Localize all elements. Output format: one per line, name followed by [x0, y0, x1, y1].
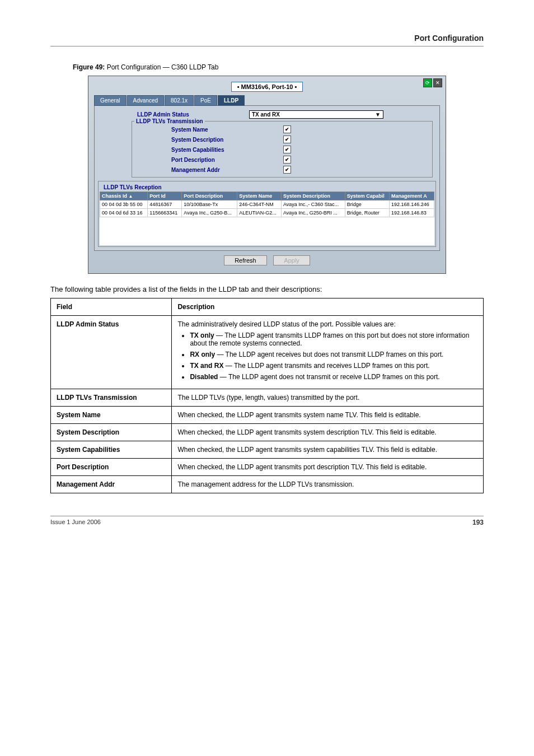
cell: ALEUTIAN-G2...	[237, 209, 282, 217]
cell: Bridge, Router	[345, 209, 389, 217]
chevron-down-icon: ▼	[375, 111, 381, 118]
header-divider	[50, 46, 484, 46]
cell: 00 04 0d 6d 33 16	[100, 209, 148, 217]
page-footer: Issue 1 June 2006 193	[50, 516, 484, 526]
tab-advanced[interactable]: Advanced	[127, 95, 164, 106]
tx-port-desc-checkbox[interactable]: ✔	[283, 156, 291, 164]
figure-caption-text: Port Configuration — C360 LLDP Tab	[107, 63, 219, 71]
refresh-icon[interactable]: ⟳	[423, 78, 432, 87]
cell: Avaya Inc.,- C360 Stac...	[281, 200, 345, 209]
tx-mgmt-addr-checkbox[interactable]: ✔	[283, 166, 291, 174]
tx-system-desc-checkbox[interactable]: ✔	[283, 136, 291, 143]
field-description: The LLDP TLVs (type, length, values) tra…	[172, 389, 484, 407]
button-row: Refresh Apply	[94, 251, 440, 268]
rx-col-port[interactable]: Port Id	[148, 192, 182, 200]
fields-description-table: Field Description LLDP Admin StatusThe a…	[50, 298, 484, 493]
tx-system-name-label: System Name	[171, 127, 283, 133]
cell: Avaya Inc., G250-B...	[182, 209, 237, 217]
cell: Bridge	[345, 200, 389, 209]
rx-col-maddr[interactable]: Management A	[390, 192, 434, 200]
rx-section-label: LLDP TLVs Reception	[102, 184, 163, 190]
field-description: The administratively desired LLDP status…	[172, 316, 484, 389]
col-description: Description	[172, 298, 484, 316]
cell: 192.168.146.83	[390, 209, 434, 217]
field-description: The management address for the LLDP TLVs…	[172, 476, 484, 493]
admin-status-value: TX and RX	[252, 111, 280, 118]
rx-col-sname[interactable]: System Name	[237, 192, 282, 200]
tx-system-desc-label: System Description	[171, 137, 283, 143]
cell: 00 04 0d 3b 55 00	[100, 200, 148, 209]
tab-row: General Advanced 802.1x PoE LLDP	[94, 95, 440, 106]
window-port-title-text: • MM316v6, Port-10 •	[231, 82, 303, 92]
figure-caption-prefix: Figure 49:	[73, 63, 107, 71]
rx-col-scap[interactable]: System Capabil	[345, 192, 389, 200]
tx-system-name-checkbox[interactable]: ✔	[283, 125, 291, 133]
cell: 246-C364T-NM	[237, 200, 282, 209]
field-name: LLDP TLVs Transmission	[51, 389, 172, 407]
table-intro-text: The following table provides a list of t…	[50, 285, 484, 293]
field-name: LLDP Admin Status	[51, 316, 172, 389]
close-icon[interactable]: ✕	[433, 78, 442, 87]
field-description: When checked, the LLDP agent transmits s…	[172, 407, 484, 424]
refresh-button[interactable]: Refresh	[224, 255, 267, 265]
field-name: System Name	[51, 407, 172, 424]
field-name: Port Description	[51, 459, 172, 476]
tx-section-label: LLDP TLVs Transmission	[134, 118, 205, 124]
field-description: When checked, the LLDP agent transmits s…	[172, 424, 484, 441]
rx-col-sdesc[interactable]: System Description	[281, 192, 345, 200]
cell: 192.168.146.246	[390, 200, 434, 209]
screenshot-panel: ⟳ ✕ • MM316v6, Port-10 • General Advance…	[88, 76, 446, 274]
field-name: System Capabilities	[51, 441, 172, 459]
cell: 1156663341	[148, 209, 182, 217]
table-row[interactable]: 00 04 0d 3b 55 00 44816367 10/100Base-Tx…	[100, 200, 434, 209]
window-port-title: • MM316v6, Port-10 •	[94, 82, 440, 92]
field-description: When checked, the LLDP agent transmits s…	[172, 441, 484, 459]
cell: 44816367	[148, 200, 182, 209]
tx-fieldset: LLDP TLVs Transmission System Name✔ Syst…	[132, 121, 433, 178]
rx-col-chassis[interactable]: Chassis Id ▲	[100, 192, 148, 200]
apply-button[interactable]: Apply	[273, 255, 310, 265]
rx-fieldset: LLDP TLVs Reception Chassis Id ▲ Port Id…	[98, 181, 436, 247]
tx-system-cap-checkbox[interactable]: ✔	[283, 146, 291, 153]
tab-poe[interactable]: PoE	[194, 95, 217, 106]
admin-status-label: LLDP Admin Status	[137, 111, 249, 118]
field-description: When checked, the LLDP agent transmits p…	[172, 459, 484, 476]
col-field: Field	[51, 298, 172, 316]
tx-port-desc-label: Port Description	[171, 157, 283, 163]
cell: Avaya Inc., G250-BRI ...	[281, 209, 345, 217]
field-name: Management Addr	[51, 476, 172, 493]
footer-left: Issue 1 June 2006	[50, 519, 101, 526]
tx-mgmt-addr-label: Management Addr	[171, 167, 283, 173]
window-title-icons: ⟳ ✕	[423, 78, 442, 87]
field-name: System Description	[51, 424, 172, 441]
table-row[interactable]: 00 04 0d 6d 33 16 1156663341 Avaya Inc.,…	[100, 209, 434, 217]
tab-lldp[interactable]: LLDP	[218, 95, 245, 106]
rx-col-pdesc[interactable]: Port Description	[182, 192, 237, 200]
tx-system-cap-label: System Capabilities	[171, 147, 283, 153]
tab-general[interactable]: General	[94, 95, 127, 106]
rx-table: Chassis Id ▲ Port Id Port Description Sy…	[100, 192, 434, 217]
tab-8021x[interactable]: 802.1x	[165, 95, 194, 106]
sort-asc-icon: ▲	[129, 194, 133, 199]
cell: 10/100Base-Tx	[182, 200, 237, 209]
admin-status-select[interactable]: TX and RX ▼	[249, 110, 383, 119]
tab-panel: LLDP Admin Status TX and RX ▼ LLDP TLVs …	[94, 105, 440, 251]
figure-caption: Figure 49: Port Configuration — C360 LLD…	[73, 63, 484, 71]
page-header-title: Port Configuration	[50, 34, 484, 43]
footer-page-number: 193	[472, 519, 484, 526]
